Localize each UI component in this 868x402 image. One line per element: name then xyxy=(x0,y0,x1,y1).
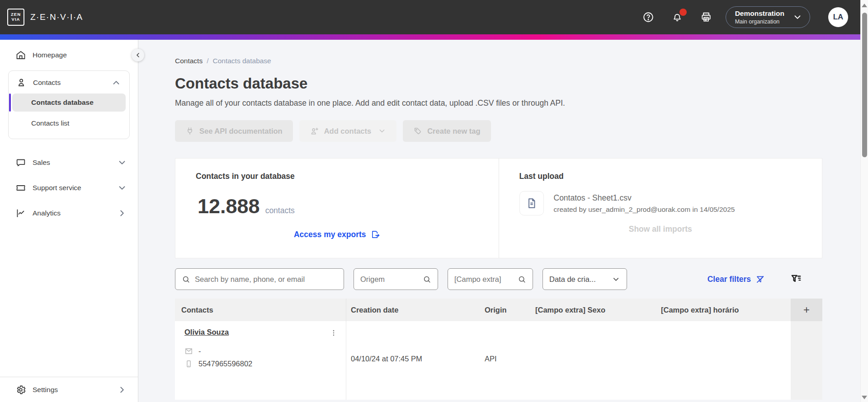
campo-extra-input[interactable] xyxy=(454,275,513,284)
select-label: Data de cria... xyxy=(549,275,596,284)
chevron-down-icon xyxy=(117,183,127,193)
origem-input[interactable] xyxy=(360,275,418,284)
scrollbar-up-arrow-icon[interactable] xyxy=(862,4,867,7)
main-content: Contacts / Contacts database Contacts da… xyxy=(138,40,868,402)
row-kebab-menu-icon[interactable] xyxy=(329,328,339,338)
creation-date-cell: 04/10/24 at 07:45 PM xyxy=(346,321,479,400)
breadcrumb-separator: / xyxy=(207,57,208,65)
chevron-up-icon xyxy=(111,78,121,88)
sidebar-item-label: Contacts xyxy=(33,79,61,87)
campo-extra-horario-cell xyxy=(656,321,791,400)
filter-slash-icon xyxy=(755,275,765,284)
chevron-down-icon xyxy=(793,12,802,22)
origem-filter-field xyxy=(354,268,438,290)
sidebar-contacts-group: Contacts Contacts database Contacts list xyxy=(8,70,130,139)
home-icon xyxy=(15,50,26,61)
card-heading: Contacts in your database xyxy=(196,172,478,181)
access-my-exports-link[interactable]: Access my exports xyxy=(196,230,478,239)
sidebar-item-support-service[interactable]: Support service xyxy=(0,178,138,198)
last-upload-card: Last upload Contatos - Sheet1.csv create… xyxy=(499,159,822,258)
vertical-scrollbar[interactable] xyxy=(860,0,868,402)
sidebar-item-analytics[interactable]: Analytics xyxy=(0,203,138,223)
organization-name: Demonstration xyxy=(735,9,784,18)
tag-icon xyxy=(413,126,422,136)
contacts-table: Contacts Creation date Origin [Campo ext… xyxy=(175,299,822,400)
chevron-down-icon xyxy=(612,275,620,284)
organization-subtitle: Main organization xyxy=(735,19,784,25)
chevron-down-icon xyxy=(378,127,386,135)
brand-wordmark: Z·E·N·V·I·A xyxy=(30,12,83,22)
sidebar-item-contacts-list[interactable]: Contacts list xyxy=(12,114,126,132)
clear-filters-link[interactable]: Clear filters xyxy=(708,275,765,284)
organization-labels: Demonstration Main organization xyxy=(735,9,784,25)
table-row: Olivia Souza - xyxy=(175,321,822,400)
chevron-down-icon xyxy=(117,158,127,168)
file-info: Contatos - Sheet1.csv created by user_ad… xyxy=(554,193,735,214)
phone-icon xyxy=(184,360,193,368)
filter-menu-icon[interactable] xyxy=(790,273,802,285)
export-icon xyxy=(371,230,380,239)
sidebar-item-contacts[interactable]: Contacts xyxy=(9,73,129,93)
card-heading: Last upload xyxy=(519,172,802,181)
ticket-icon xyxy=(15,182,26,193)
contacts-count: 12.888 xyxy=(198,195,260,218)
column-header-origin[interactable]: Origin xyxy=(479,306,530,314)
see-api-documentation-button[interactable]: See API documentation xyxy=(175,120,293,142)
page-title: Contacts database xyxy=(175,75,822,92)
add-contacts-button[interactable]: Add contacts xyxy=(299,120,397,142)
print-icon[interactable] xyxy=(700,11,712,23)
sidebar-item-label: Analytics xyxy=(33,209,61,217)
sidebar-item-contacts-database[interactable]: Contacts database xyxy=(12,93,126,112)
organization-selector[interactable]: Demonstration Main organization xyxy=(726,6,810,28)
sidebar-item-homepage[interactable]: Homepage xyxy=(0,45,138,65)
chat-bubble-icon xyxy=(15,157,26,168)
breadcrumb-contacts[interactable]: Contacts xyxy=(175,57,203,65)
contact-cell: Olivia Souza - xyxy=(175,321,346,400)
filters-bar: Data de cria... Clear filters xyxy=(175,268,822,290)
logo-text-bottom: VIA xyxy=(12,17,20,22)
sidebar-item-label: Homepage xyxy=(33,51,67,59)
user-avatar[interactable]: LA xyxy=(828,7,848,27)
add-column-button[interactable]: + xyxy=(791,299,822,321)
sidebar-collapse-button[interactable] xyxy=(132,49,144,61)
link-label: Access my exports xyxy=(294,230,366,239)
column-header-creation-date[interactable]: Creation date xyxy=(346,306,479,314)
plug-icon xyxy=(185,126,194,136)
button-label: See API documentation xyxy=(199,127,283,136)
search-field xyxy=(175,268,344,290)
file-name: Contatos - Sheet1.csv xyxy=(554,193,735,203)
sidebar-item-label: Sales xyxy=(33,159,50,167)
topbar-actions: Demonstration Main organization LA xyxy=(642,6,848,28)
sidebar-item-settings[interactable]: Settings xyxy=(0,377,138,402)
column-header-campo-extra-sexo[interactable]: [Campo extra] Sexo xyxy=(530,306,656,314)
search-input[interactable] xyxy=(195,275,337,284)
campo-extra-sexo-cell xyxy=(530,321,656,400)
notifications-bell-icon[interactable] xyxy=(671,11,683,23)
origin-cell: API xyxy=(479,321,530,400)
button-label: Create new tag xyxy=(427,127,480,136)
creation-date-filter-select[interactable]: Data de cria... xyxy=(542,268,627,290)
scrollbar-down-arrow-icon[interactable] xyxy=(862,396,867,399)
create-new-tag-button[interactable]: Create new tag xyxy=(403,120,491,142)
csv-file-icon xyxy=(519,191,544,215)
zenvia-logo-icon: ZEN VIA xyxy=(7,9,24,26)
contact-name-link[interactable]: Olivia Souza xyxy=(184,328,229,337)
email-icon xyxy=(184,347,193,355)
search-icon xyxy=(423,275,431,284)
add-column-spacer xyxy=(791,321,822,400)
brand-gradient-bar xyxy=(0,34,868,40)
scrollbar-thumb[interactable] xyxy=(862,13,867,157)
column-header-campo-extra-horario[interactable]: [Campo extra] horário xyxy=(656,306,791,314)
sidebar-item-sales[interactable]: Sales xyxy=(0,153,138,173)
search-icon xyxy=(182,275,190,284)
show-all-imports-link[interactable]: Show all imports xyxy=(519,224,802,234)
page-actions: See API documentation Add contacts Crea xyxy=(175,120,822,142)
contact-email: - xyxy=(198,347,201,355)
sidebar-item-label: Support service xyxy=(33,184,81,192)
campo-extra-filter-field xyxy=(448,268,533,290)
brand: ZEN VIA Z·E·N·V·I·A xyxy=(7,9,83,26)
button-label: Add contacts xyxy=(324,127,372,136)
help-icon[interactable] xyxy=(642,11,654,23)
column-header-contacts[interactable]: Contacts xyxy=(175,299,346,321)
analytics-chart-icon xyxy=(15,208,26,219)
